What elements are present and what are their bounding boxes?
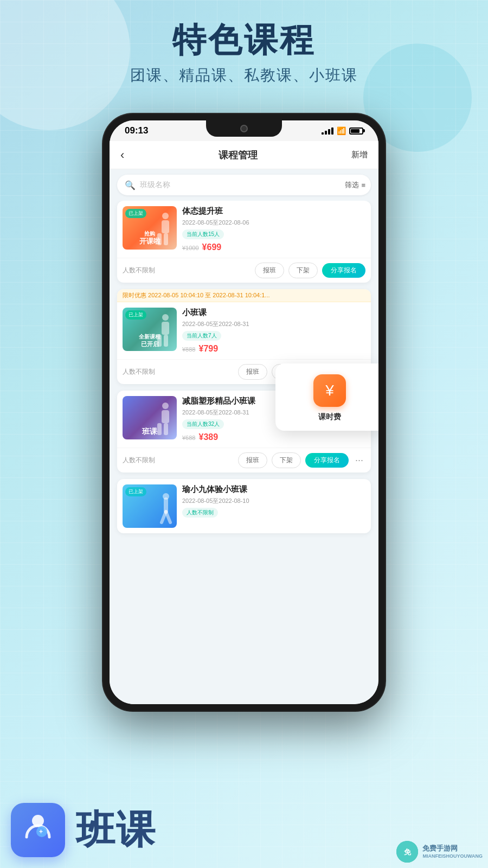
header-subtitle: 团课、精品课、私教课、小班课 — [0, 65, 488, 86]
card-info-1: 体态提升班 2022-08-05至2022-08-06 当前人数15人 ¥100… — [182, 206, 365, 252]
wifi-icon: 📶 — [337, 126, 346, 135]
card-price-3: ¥688 ¥389 — [182, 432, 365, 442]
price-current-3: ¥389 — [198, 432, 218, 442]
svg-point-8 — [162, 403, 169, 409]
svg-rect-11 — [164, 423, 168, 435]
card-footer-1: 人数不限制 报班 下架 分享报名 — [117, 258, 371, 283]
svg-point-0 — [162, 213, 169, 219]
card-info-3: 减脂塑形精品小班课 2022-08-05至2022-08-31 当前人数32人 … — [182, 396, 365, 442]
phone-notch — [206, 120, 282, 137]
card-date-4: 2022-08-05至2022-08-10 — [182, 497, 365, 505]
status-badge-1: 已上架 — [125, 209, 146, 218]
course-card-4: 已上架 瑜小九体验小班课 — [117, 479, 371, 533]
phone-inner: 09:13 📶 ‹ — [110, 120, 378, 704]
capacity-2: 人数不限制 — [123, 367, 155, 376]
svg-rect-5 — [162, 322, 169, 335]
bottom-section: + 班课 — [0, 716, 314, 868]
card-current-2: 当前人数7人 — [182, 331, 221, 341]
card-title-4: 瑜小九体验小班课 — [182, 484, 365, 495]
add-button[interactable]: 新增 — [351, 150, 368, 160]
more-button-3[interactable]: ··· — [353, 455, 365, 466]
price-original-2: ¥888 — [182, 346, 195, 353]
register-button-3[interactable]: 报班 — [238, 452, 267, 468]
price-original-1: ¥1000 — [182, 245, 199, 251]
promo-banner-2: 限时优惠 2022-08-05 10:04:10 至 2022-08-31 10… — [117, 289, 371, 302]
price-current-2: ¥799 — [198, 344, 218, 354]
card-current-4: 人数不限制 — [182, 508, 218, 518]
phone-outer: 09:13 📶 ‹ — [103, 114, 385, 711]
unlist-button-1[interactable]: 下架 — [288, 263, 318, 278]
card-info-2: 小班课 2022-08-05至2022-08-31 当前人数7人 ¥888 ¥7… — [182, 308, 365, 354]
card-body-3: 班课 — [117, 391, 371, 448]
more-button-2[interactable]: ··· — [353, 366, 365, 378]
card-image-4: 已上架 — [123, 484, 177, 528]
register-button-2[interactable]: 报班 — [238, 364, 267, 380]
course-card-1: 已上架 抢购 开课啦 — [117, 201, 371, 283]
back-button[interactable]: ‹ — [120, 148, 124, 162]
unlist-button-2[interactable]: 下架 — [272, 364, 301, 380]
watermark-logo: 免 — [396, 841, 418, 863]
svg-rect-9 — [162, 410, 169, 423]
card-current-3: 当前人数32人 — [182, 419, 224, 429]
capacity-3: 人数不限制 — [123, 456, 155, 465]
price-original-3: ¥688 — [182, 435, 195, 441]
card-image-2: 已上架 全新课程 已开启 — [123, 308, 177, 351]
ban-ke-label: 班课 — [76, 804, 156, 856]
svg-rect-2 — [157, 233, 162, 245]
card-date-1: 2022-08-05至2022-08-06 — [182, 219, 365, 227]
card-body-1: 已上架 抢购 开课啦 — [117, 201, 371, 258]
register-button-1[interactable]: 报班 — [255, 263, 284, 278]
svg-rect-6 — [157, 335, 162, 347]
capacity-1: 人数不限制 — [123, 266, 155, 275]
card-body-2: 已上架 全新课程 已开启 — [117, 302, 371, 359]
course-card-3: 班课 — [117, 391, 371, 473]
watermark-text: 免费手游网 MIANFEISHOUYOUWANG — [422, 844, 483, 860]
top-nav: ‹ 课程管理 新增 — [110, 141, 378, 169]
signal-icon — [322, 127, 333, 135]
figure-icon-4 — [154, 493, 174, 528]
header-title: 特色课程 — [0, 22, 488, 59]
course-list: 已上架 抢购 开课啦 — [110, 201, 378, 684]
status-icons: 📶 — [322, 126, 363, 135]
svg-point-4 — [162, 314, 169, 321]
share-button-1[interactable]: 分享报名 — [322, 263, 365, 278]
share-button-2[interactable]: 分享报名 — [305, 365, 349, 379]
figure-icon-1 — [152, 212, 174, 250]
figure-icon-3 — [152, 401, 174, 439]
notch-camera — [240, 125, 248, 132]
filter-label: 筛选 — [345, 180, 359, 190]
watermark: 免 免费手游网 MIANFEISHOUYOUWANG — [396, 841, 483, 863]
svg-rect-1 — [162, 220, 169, 233]
share-button-3[interactable]: 分享报名 — [305, 453, 349, 468]
search-icon: 🔍 — [125, 180, 136, 190]
app-content: ‹ 课程管理 新增 🔍 班级名称 筛选 ≡ — [110, 141, 378, 704]
card-price-1: ¥1000 ¥699 — [182, 242, 365, 252]
bottom-card: + 班课 — [11, 803, 156, 857]
card-image-1: 已上架 抢购 开课啦 — [123, 206, 177, 250]
status-badge-4: 已上架 — [125, 487, 146, 496]
search-input[interactable]: 班级名称 — [140, 180, 363, 190]
card-title-1: 体态提升班 — [182, 206, 365, 216]
svg-text:免: 免 — [403, 848, 412, 856]
unlist-button-3[interactable]: 下架 — [272, 452, 301, 468]
card-price-2: ¥888 ¥799 — [182, 344, 365, 354]
user-icon: + — [23, 812, 53, 848]
status-time: 09:13 — [125, 125, 148, 136]
svg-rect-3 — [164, 233, 168, 245]
phone-wrapper: 09:13 📶 ‹ — [103, 114, 385, 711]
user-icon-circle: + — [11, 803, 65, 857]
figure-icon-2 — [152, 313, 174, 351]
svg-rect-7 — [164, 335, 168, 347]
search-bar: 🔍 班级名称 筛选 ≡ — [117, 175, 371, 195]
svg-text:+: + — [39, 828, 43, 835]
card-title-3: 减脂塑形精品小班课 — [182, 396, 365, 406]
svg-rect-10 — [157, 423, 162, 435]
card-footer-3: 人数不限制 报班 下架 分享报名 ··· — [117, 448, 371, 473]
card-title-2: 小班课 — [182, 308, 365, 318]
card-date-2: 2022-08-05至2022-08-31 — [182, 320, 365, 328]
card-footer-2: 人数不限制 报班 下架 分享报名 ··· — [117, 359, 371, 384]
card-body-4: 已上架 瑜小九体验小班课 — [117, 479, 371, 533]
filter-button[interactable]: 筛选 ≡ — [345, 180, 365, 190]
card-image-3: 班课 — [123, 396, 177, 439]
card-info-4: 瑜小九体验小班课 2022-08-05至2022-08-10 人数不限制 — [182, 484, 365, 528]
